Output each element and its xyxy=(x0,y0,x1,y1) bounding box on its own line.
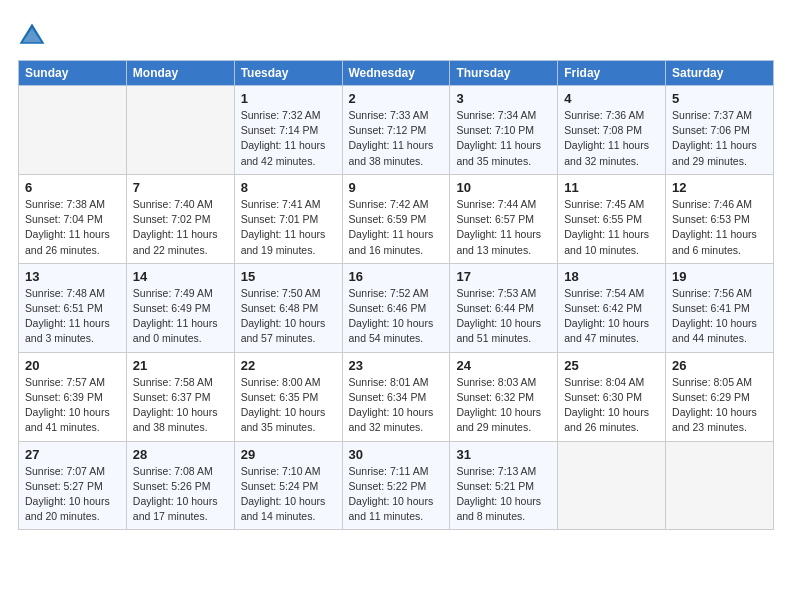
day-detail: Sunrise: 8:00 AMSunset: 6:35 PMDaylight:… xyxy=(241,375,336,436)
day-detail: Sunrise: 7:13 AMSunset: 5:21 PMDaylight:… xyxy=(456,464,551,525)
day-number: 5 xyxy=(672,91,767,106)
day-detail: Sunrise: 7:33 AMSunset: 7:12 PMDaylight:… xyxy=(349,108,444,169)
page-header xyxy=(18,16,774,50)
day-detail: Sunrise: 7:34 AMSunset: 7:10 PMDaylight:… xyxy=(456,108,551,169)
day-detail: Sunrise: 8:05 AMSunset: 6:29 PMDaylight:… xyxy=(672,375,767,436)
day-number: 23 xyxy=(349,358,444,373)
calendar-cell: 28Sunrise: 7:08 AMSunset: 5:26 PMDayligh… xyxy=(126,441,234,530)
calendar-cell: 15Sunrise: 7:50 AMSunset: 6:48 PMDayligh… xyxy=(234,263,342,352)
calendar-cell: 18Sunrise: 7:54 AMSunset: 6:42 PMDayligh… xyxy=(558,263,666,352)
day-detail: Sunrise: 7:52 AMSunset: 6:46 PMDaylight:… xyxy=(349,286,444,347)
day-number: 3 xyxy=(456,91,551,106)
day-detail: Sunrise: 7:56 AMSunset: 6:41 PMDaylight:… xyxy=(672,286,767,347)
weekday-header-sunday: Sunday xyxy=(19,61,127,86)
day-number: 2 xyxy=(349,91,444,106)
weekday-header-wednesday: Wednesday xyxy=(342,61,450,86)
calendar-week-row: 1Sunrise: 7:32 AMSunset: 7:14 PMDaylight… xyxy=(19,86,774,175)
calendar-cell: 26Sunrise: 8:05 AMSunset: 6:29 PMDayligh… xyxy=(666,352,774,441)
calendar-cell: 13Sunrise: 7:48 AMSunset: 6:51 PMDayligh… xyxy=(19,263,127,352)
weekday-header-thursday: Thursday xyxy=(450,61,558,86)
logo xyxy=(18,22,50,50)
day-detail: Sunrise: 7:58 AMSunset: 6:37 PMDaylight:… xyxy=(133,375,228,436)
calendar-cell: 12Sunrise: 7:46 AMSunset: 6:53 PMDayligh… xyxy=(666,174,774,263)
calendar-cell: 24Sunrise: 8:03 AMSunset: 6:32 PMDayligh… xyxy=(450,352,558,441)
day-number: 30 xyxy=(349,447,444,462)
calendar-cell: 30Sunrise: 7:11 AMSunset: 5:22 PMDayligh… xyxy=(342,441,450,530)
day-number: 28 xyxy=(133,447,228,462)
day-detail: Sunrise: 7:46 AMSunset: 6:53 PMDaylight:… xyxy=(672,197,767,258)
weekday-header-saturday: Saturday xyxy=(666,61,774,86)
calendar-cell: 14Sunrise: 7:49 AMSunset: 6:49 PMDayligh… xyxy=(126,263,234,352)
day-number: 4 xyxy=(564,91,659,106)
weekday-header-friday: Friday xyxy=(558,61,666,86)
day-detail: Sunrise: 7:45 AMSunset: 6:55 PMDaylight:… xyxy=(564,197,659,258)
day-detail: Sunrise: 7:10 AMSunset: 5:24 PMDaylight:… xyxy=(241,464,336,525)
day-detail: Sunrise: 8:04 AMSunset: 6:30 PMDaylight:… xyxy=(564,375,659,436)
calendar-cell xyxy=(19,86,127,175)
calendar-cell: 6Sunrise: 7:38 AMSunset: 7:04 PMDaylight… xyxy=(19,174,127,263)
day-detail: Sunrise: 7:08 AMSunset: 5:26 PMDaylight:… xyxy=(133,464,228,525)
calendar-cell: 16Sunrise: 7:52 AMSunset: 6:46 PMDayligh… xyxy=(342,263,450,352)
calendar-cell: 27Sunrise: 7:07 AMSunset: 5:27 PMDayligh… xyxy=(19,441,127,530)
day-detail: Sunrise: 7:32 AMSunset: 7:14 PMDaylight:… xyxy=(241,108,336,169)
calendar-cell: 3Sunrise: 7:34 AMSunset: 7:10 PMDaylight… xyxy=(450,86,558,175)
calendar-cell: 10Sunrise: 7:44 AMSunset: 6:57 PMDayligh… xyxy=(450,174,558,263)
calendar-header-row: SundayMondayTuesdayWednesdayThursdayFrid… xyxy=(19,61,774,86)
day-number: 27 xyxy=(25,447,120,462)
calendar-cell: 9Sunrise: 7:42 AMSunset: 6:59 PMDaylight… xyxy=(342,174,450,263)
day-number: 16 xyxy=(349,269,444,284)
calendar-cell xyxy=(558,441,666,530)
day-detail: Sunrise: 7:57 AMSunset: 6:39 PMDaylight:… xyxy=(25,375,120,436)
calendar-cell xyxy=(126,86,234,175)
day-detail: Sunrise: 7:48 AMSunset: 6:51 PMDaylight:… xyxy=(25,286,120,347)
calendar-cell: 7Sunrise: 7:40 AMSunset: 7:02 PMDaylight… xyxy=(126,174,234,263)
day-number: 22 xyxy=(241,358,336,373)
calendar-cell: 2Sunrise: 7:33 AMSunset: 7:12 PMDaylight… xyxy=(342,86,450,175)
calendar-cell: 23Sunrise: 8:01 AMSunset: 6:34 PMDayligh… xyxy=(342,352,450,441)
calendar-cell: 11Sunrise: 7:45 AMSunset: 6:55 PMDayligh… xyxy=(558,174,666,263)
calendar-table: SundayMondayTuesdayWednesdayThursdayFrid… xyxy=(18,60,774,530)
calendar-week-row: 27Sunrise: 7:07 AMSunset: 5:27 PMDayligh… xyxy=(19,441,774,530)
day-number: 31 xyxy=(456,447,551,462)
day-number: 25 xyxy=(564,358,659,373)
calendar-cell xyxy=(666,441,774,530)
calendar-cell: 29Sunrise: 7:10 AMSunset: 5:24 PMDayligh… xyxy=(234,441,342,530)
day-number: 9 xyxy=(349,180,444,195)
day-detail: Sunrise: 7:36 AMSunset: 7:08 PMDaylight:… xyxy=(564,108,659,169)
calendar-week-row: 6Sunrise: 7:38 AMSunset: 7:04 PMDaylight… xyxy=(19,174,774,263)
weekday-header-tuesday: Tuesday xyxy=(234,61,342,86)
day-number: 19 xyxy=(672,269,767,284)
day-number: 18 xyxy=(564,269,659,284)
calendar-cell: 20Sunrise: 7:57 AMSunset: 6:39 PMDayligh… xyxy=(19,352,127,441)
calendar-cell: 31Sunrise: 7:13 AMSunset: 5:21 PMDayligh… xyxy=(450,441,558,530)
weekday-header-monday: Monday xyxy=(126,61,234,86)
day-number: 7 xyxy=(133,180,228,195)
day-detail: Sunrise: 7:53 AMSunset: 6:44 PMDaylight:… xyxy=(456,286,551,347)
day-detail: Sunrise: 7:41 AMSunset: 7:01 PMDaylight:… xyxy=(241,197,336,258)
calendar-cell: 22Sunrise: 8:00 AMSunset: 6:35 PMDayligh… xyxy=(234,352,342,441)
day-detail: Sunrise: 7:44 AMSunset: 6:57 PMDaylight:… xyxy=(456,197,551,258)
day-detail: Sunrise: 7:11 AMSunset: 5:22 PMDaylight:… xyxy=(349,464,444,525)
day-number: 6 xyxy=(25,180,120,195)
day-number: 8 xyxy=(241,180,336,195)
day-number: 14 xyxy=(133,269,228,284)
day-number: 29 xyxy=(241,447,336,462)
day-detail: Sunrise: 8:01 AMSunset: 6:34 PMDaylight:… xyxy=(349,375,444,436)
day-number: 15 xyxy=(241,269,336,284)
day-detail: Sunrise: 7:42 AMSunset: 6:59 PMDaylight:… xyxy=(349,197,444,258)
day-detail: Sunrise: 7:54 AMSunset: 6:42 PMDaylight:… xyxy=(564,286,659,347)
day-detail: Sunrise: 7:37 AMSunset: 7:06 PMDaylight:… xyxy=(672,108,767,169)
day-detail: Sunrise: 7:50 AMSunset: 6:48 PMDaylight:… xyxy=(241,286,336,347)
calendar-cell: 8Sunrise: 7:41 AMSunset: 7:01 PMDaylight… xyxy=(234,174,342,263)
day-number: 24 xyxy=(456,358,551,373)
calendar-cell: 5Sunrise: 7:37 AMSunset: 7:06 PMDaylight… xyxy=(666,86,774,175)
day-detail: Sunrise: 8:03 AMSunset: 6:32 PMDaylight:… xyxy=(456,375,551,436)
calendar-cell: 21Sunrise: 7:58 AMSunset: 6:37 PMDayligh… xyxy=(126,352,234,441)
calendar-week-row: 13Sunrise: 7:48 AMSunset: 6:51 PMDayligh… xyxy=(19,263,774,352)
calendar-cell: 1Sunrise: 7:32 AMSunset: 7:14 PMDaylight… xyxy=(234,86,342,175)
day-number: 13 xyxy=(25,269,120,284)
day-number: 10 xyxy=(456,180,551,195)
day-detail: Sunrise: 7:38 AMSunset: 7:04 PMDaylight:… xyxy=(25,197,120,258)
calendar-cell: 19Sunrise: 7:56 AMSunset: 6:41 PMDayligh… xyxy=(666,263,774,352)
day-number: 21 xyxy=(133,358,228,373)
